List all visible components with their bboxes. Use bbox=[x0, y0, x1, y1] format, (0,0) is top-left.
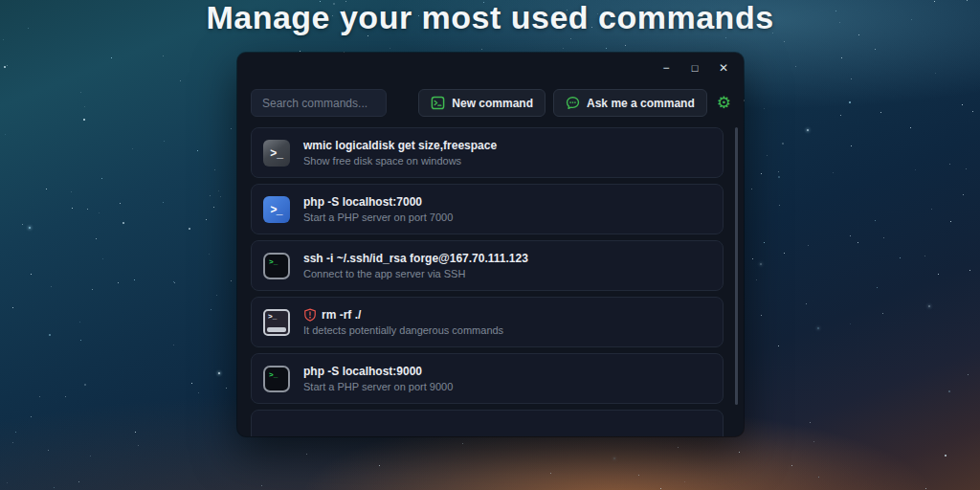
minimize-button[interactable]: − bbox=[652, 56, 680, 79]
search-input[interactable] bbox=[251, 89, 387, 117]
command-row-php-7000[interactable]: >_ php -S localhost:7000 Start a PHP ser… bbox=[251, 184, 724, 234]
chat-bubble-icon bbox=[566, 96, 580, 110]
command-title: ssh -i ~/.ssh/id_rsa forge@167.70.111.12… bbox=[303, 252, 528, 265]
command-row-rm-rf[interactable]: >_ rm -rf ./ It detects potentially dang… bbox=[251, 297, 724, 347]
command-text: php -S localhost:7000 Start a PHP server… bbox=[303, 195, 453, 223]
cmd-terminal-icon: >_ bbox=[263, 140, 290, 167]
close-button[interactable]: ✕ bbox=[709, 56, 738, 79]
ask-command-label: Ask me a command bbox=[587, 97, 695, 110]
command-subtitle: Show free disk space on windows bbox=[303, 155, 497, 167]
terminal-icon bbox=[431, 96, 445, 110]
command-title: wmic logicaldisk get size,freespace bbox=[303, 139, 497, 152]
command-row-wmic[interactable]: >_ wmic logicaldisk get size,freespace S… bbox=[251, 127, 724, 178]
command-row-php-9000[interactable]: >_ php -S localhost:9000 Start a PHP ser… bbox=[251, 353, 724, 404]
command-text: ssh -i ~/.ssh/id_rsa forge@167.70.111.12… bbox=[303, 252, 528, 279]
command-subtitle: Connect to the app server via SSH bbox=[303, 268, 528, 279]
command-subtitle: It detects potentially dangerous command… bbox=[303, 324, 503, 336]
command-text: wmic logicaldisk get size,freespace Show… bbox=[303, 139, 497, 167]
command-subtitle: Start a PHP server on port 9000 bbox=[303, 381, 453, 392]
toolbar: New command Ask me a command ⚙ bbox=[251, 89, 731, 117]
command-text: php -S localhost:9000 Start a PHP server… bbox=[303, 365, 453, 392]
command-title: php -S localhost:9000 bbox=[303, 365, 453, 378]
command-manager-window: − □ ✕ New command Ask me a command ⚙ bbox=[237, 53, 744, 436]
command-title-text: rm -rf ./ bbox=[322, 308, 361, 322]
command-list: >_ wmic logicaldisk get size,freespace S… bbox=[251, 127, 724, 436]
new-command-label: New command bbox=[452, 97, 533, 110]
command-row-ssh[interactable]: >_ ssh -i ~/.ssh/id_rsa forge@167.70.111… bbox=[251, 240, 724, 291]
light-terminal-icon: >_ bbox=[263, 309, 290, 336]
settings-gear-icon[interactable]: ⚙ bbox=[717, 95, 731, 111]
window-titlebar: − □ ✕ bbox=[652, 56, 738, 79]
command-title: php -S localhost:7000 bbox=[303, 195, 453, 209]
command-title: rm -rf ./ bbox=[303, 308, 503, 322]
dark-terminal-icon: >_ bbox=[263, 253, 290, 279]
command-row-partial[interactable] bbox=[251, 410, 724, 436]
new-command-button[interactable]: New command bbox=[418, 89, 546, 117]
ask-command-button[interactable]: Ask me a command bbox=[553, 89, 707, 117]
maximize-button[interactable]: □ bbox=[680, 56, 709, 79]
command-subtitle: Start a PHP server on port 7000 bbox=[303, 212, 453, 223]
powershell-icon: >_ bbox=[263, 196, 290, 223]
list-scrollbar[interactable] bbox=[735, 127, 738, 405]
dark-terminal-icon: >_ bbox=[263, 366, 290, 392]
page-title: Manage your most used commands bbox=[0, 0, 980, 38]
danger-shield-icon bbox=[303, 308, 317, 322]
command-text: rm -rf ./ It detects potentially dangero… bbox=[303, 308, 503, 336]
